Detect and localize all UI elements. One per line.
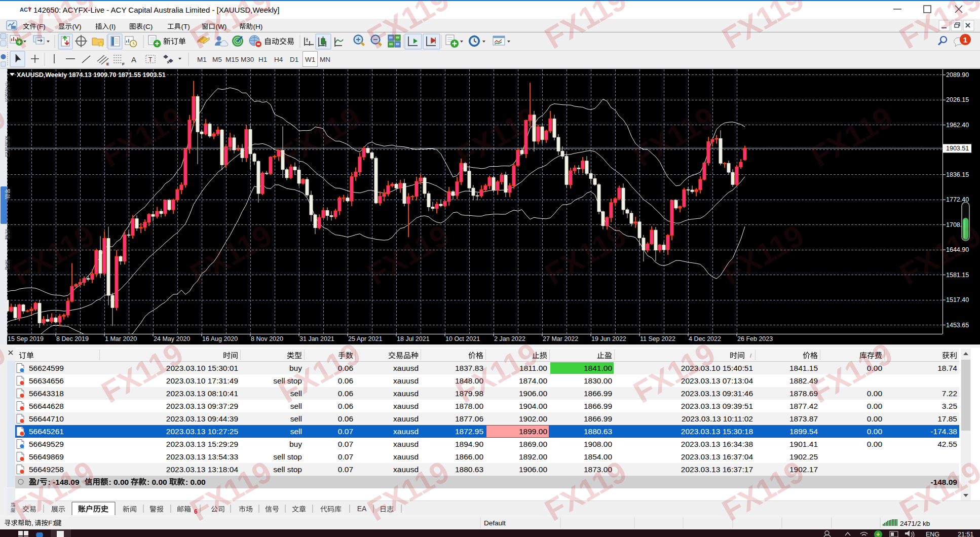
svg-text:(I): (I) xyxy=(109,23,116,30)
svg-text:1908.00: 1908.00 xyxy=(584,440,612,448)
svg-text:1453.65: 1453.65 xyxy=(946,322,969,329)
svg-text:xauusd: xauusd xyxy=(393,402,419,410)
svg-text:3.25: 3.25 xyxy=(942,402,957,410)
svg-text:xauusd: xauusd xyxy=(393,364,419,372)
svg-text:1906.00: 1906.00 xyxy=(519,465,547,474)
svg-text:1866.99: 1866.99 xyxy=(584,414,612,423)
svg-text:xauusd: xauusd xyxy=(393,376,419,385)
svg-text:11 Sep 2022: 11 Sep 2022 xyxy=(640,335,675,342)
svg-text:0.00: 0.00 xyxy=(867,440,883,448)
svg-text:1894.90: 1894.90 xyxy=(455,440,483,448)
svg-text:1: 1 xyxy=(963,35,967,44)
svg-text:17.85: 17.85 xyxy=(937,414,957,423)
svg-text:xauusd: xauusd xyxy=(393,440,419,448)
svg-text:1904.00: 1904.00 xyxy=(519,402,547,410)
svg-text:2023.03.13 09:37:29: 2023.03.13 09:37:29 xyxy=(166,402,238,410)
svg-text:1517.40: 1517.40 xyxy=(946,296,969,303)
svg-text:1877.06: 1877.06 xyxy=(455,414,483,423)
svg-text:buy: buy xyxy=(289,440,302,448)
svg-text:42.55: 42.55 xyxy=(937,440,957,448)
svg-text:56649529: 56649529 xyxy=(29,440,64,448)
svg-text:56644710: 56644710 xyxy=(29,414,64,423)
svg-text:27 Mar 2022: 27 Mar 2022 xyxy=(543,335,578,342)
svg-text:1899.54: 1899.54 xyxy=(789,427,818,436)
svg-text:56644628: 56644628 xyxy=(29,402,64,410)
svg-text:25 Apr 2021: 25 Apr 2021 xyxy=(348,335,382,342)
svg-text:1902.00: 1902.00 xyxy=(519,414,547,423)
svg-text:0.07: 0.07 xyxy=(338,465,353,474)
svg-text:0.06: 0.06 xyxy=(338,414,353,423)
svg-text:2023.03.10 17:31:49: 2023.03.10 17:31:49 xyxy=(166,376,238,385)
svg-text:2023.03.13 16:37:17: 2023.03.13 16:37:17 xyxy=(681,465,753,474)
svg-text:sell stop: sell stop xyxy=(273,452,302,461)
svg-text:2023.03.13 08:10:41: 2023.03.13 08:10:41 xyxy=(166,389,238,398)
svg-text:16 Aug 2020: 16 Aug 2020 xyxy=(202,335,238,342)
svg-text:2023.03.13 16:34:38: 2023.03.13 16:34:38 xyxy=(681,440,753,448)
svg-text:M1: M1 xyxy=(197,56,207,63)
svg-text:F: F xyxy=(122,62,125,66)
svg-text:18 Jul 2021: 18 Jul 2021 xyxy=(397,335,430,342)
svg-text:xauusd: xauusd xyxy=(393,414,419,423)
svg-text:1877.42: 1877.42 xyxy=(789,402,818,410)
svg-text:1903.51: 1903.51 xyxy=(946,145,969,152)
svg-text:: 0.00: : 0.00 xyxy=(147,478,167,486)
svg-text:0.07: 0.07 xyxy=(338,440,353,448)
svg-text:Default: Default xyxy=(484,519,506,527)
svg-text:xauusd: xauusd xyxy=(393,427,419,436)
svg-text:sell: sell xyxy=(290,427,302,436)
svg-text:sell stop: sell stop xyxy=(273,465,302,474)
svg-text:56624599: 56624599 xyxy=(29,364,64,372)
svg-text:19 Jun 2022: 19 Jun 2022 xyxy=(591,335,626,342)
svg-text:M5: M5 xyxy=(212,56,222,63)
svg-text:H4: H4 xyxy=(274,56,283,63)
svg-text:1892.00: 1892.00 xyxy=(519,452,547,461)
svg-text:1880.63: 1880.63 xyxy=(584,427,612,436)
svg-text:26 Feb 2023: 26 Feb 2023 xyxy=(737,335,773,342)
svg-text:F1: F1 xyxy=(48,519,56,527)
svg-text:M30: M30 xyxy=(241,56,254,63)
svg-text:: 0.00: : 0.00 xyxy=(109,478,129,486)
svg-text:18.74: 18.74 xyxy=(937,364,957,372)
svg-text:0.06: 0.06 xyxy=(338,389,353,398)
svg-text:2023.03.13 10:11:02: 2023.03.13 10:11:02 xyxy=(682,414,753,423)
svg-text:H1: H1 xyxy=(258,56,267,63)
svg-text:21:51: 21:51 xyxy=(958,531,973,537)
svg-text:0.07: 0.07 xyxy=(338,427,353,436)
svg-text:A: A xyxy=(131,55,136,64)
svg-text:sell: sell xyxy=(290,414,302,423)
svg-text:W1: W1 xyxy=(305,56,315,63)
svg-text:1866.00: 1866.00 xyxy=(455,452,483,461)
svg-text:-174.38: -174.38 xyxy=(930,427,957,436)
svg-text:XAUUSD,Weekly 1874.13 1909.70: XAUUSD,Weekly 1874.13 1909.70 1871.55 19… xyxy=(17,71,166,79)
svg-text:2023.03.13 10:27:25: 2023.03.13 10:27:25 xyxy=(166,427,238,436)
svg-text:0.06: 0.06 xyxy=(338,402,353,410)
svg-text:1581.15: 1581.15 xyxy=(946,272,969,279)
svg-text:1873.87: 1873.87 xyxy=(789,414,818,423)
svg-text:56643318: 56643318 xyxy=(29,389,64,398)
svg-text:10 Oct 2021: 10 Oct 2021 xyxy=(445,335,480,342)
svg-text:0.00: 0.00 xyxy=(867,402,883,410)
svg-text:D1: D1 xyxy=(290,56,298,63)
svg-text:2023.03.13 15:30:18: 2023.03.13 15:30:18 xyxy=(681,427,753,436)
svg-text:0.00: 0.00 xyxy=(867,414,883,423)
svg-text:1830.00: 1830.00 xyxy=(584,376,612,385)
svg-text:1869.00: 1869.00 xyxy=(519,440,547,448)
svg-text:1836.15: 1836.15 xyxy=(946,171,969,178)
svg-text:8 Dec 2019: 8 Dec 2019 xyxy=(56,335,89,342)
svg-text:8 Nov 2020: 8 Nov 2020 xyxy=(251,335,283,342)
svg-text:xauusd: xauusd xyxy=(393,389,419,398)
svg-text:EA: EA xyxy=(357,505,367,513)
svg-text:2089.90: 2089.90 xyxy=(946,71,969,79)
svg-text:2026.15: 2026.15 xyxy=(946,96,969,103)
svg-text:1866.99: 1866.99 xyxy=(584,389,612,398)
svg-text:M15: M15 xyxy=(225,56,239,63)
svg-text:ENG: ENG xyxy=(926,531,939,537)
svg-text:56634656: 56634656 xyxy=(29,376,64,385)
svg-text:1880.63: 1880.63 xyxy=(455,465,483,474)
svg-text:1899.00: 1899.00 xyxy=(519,427,547,436)
svg-text:56645261: 56645261 xyxy=(29,427,64,436)
svg-text:1866.99: 1866.99 xyxy=(584,402,612,410)
svg-text:0.07: 0.07 xyxy=(338,452,353,461)
svg-text:xauusd: xauusd xyxy=(393,452,419,461)
svg-text:7.22: 7.22 xyxy=(942,389,957,398)
